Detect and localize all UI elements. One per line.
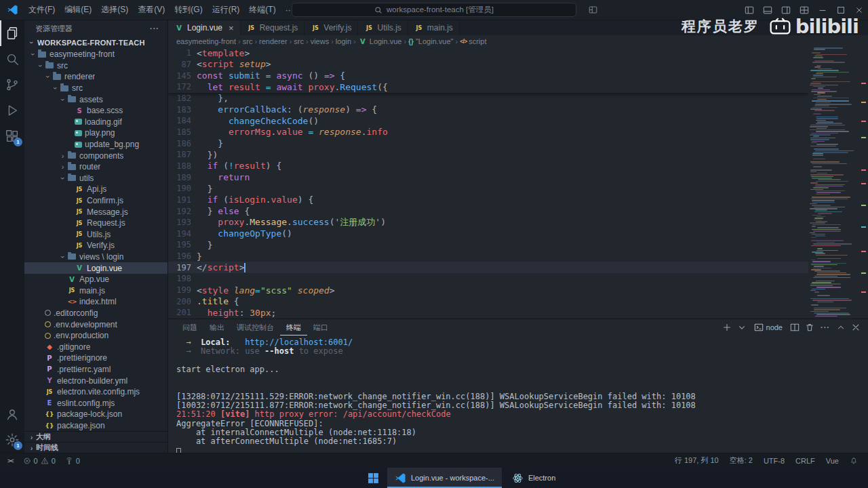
menu-item-4[interactable]: 转到(G) [170,0,207,20]
accounts-icon[interactable] [0,401,24,427]
workspace-root[interactable]: › WORKSPACE-FRONT-TEACH [24,37,167,49]
menu-item-2[interactable]: 选择(S) [96,0,133,20]
problems-status[interactable]: 0 0 [20,453,59,468]
breadcrumb-item-login-vue[interactable]: VLogin.vue [358,37,402,46]
tree-item-verify-js[interactable]: JSVerify.js [24,240,167,251]
tree-item-api-js[interactable]: JSApi.js [24,184,167,195]
tree-item-play-png[interactable]: play.png [24,127,167,139]
menu-item-3[interactable]: 查看(V) [133,0,170,20]
taskbar-app-login-vue-workspace[interactable]: Login.vue - workspace-... [387,468,502,488]
breadcrumb-item-renderer[interactable]: renderer [259,37,288,45]
tree-item-views-login[interactable]: ›views \ login [24,251,167,263]
cursor-position[interactable]: 行 197, 列 10 [671,453,722,468]
menu-item-0[interactable]: 文件(F) [24,0,60,20]
terminal-session[interactable]: node [750,323,787,332]
menu-item-6[interactable]: 终端(T) [244,0,280,20]
editor-tab-login-vue[interactable]: VLogin.vue× [168,20,241,35]
menu-item-1[interactable]: 编辑(E) [60,0,96,20]
terminal-profile-chevron-icon[interactable] [735,321,749,334]
panel-tab-问题[interactable]: 问题 [176,319,203,336]
tab-close-icon[interactable]: × [229,23,234,33]
encoding-status[interactable]: UTF-8 [760,453,788,468]
editor-tab-utils-js[interactable]: JSUtils.js [358,20,408,35]
tree-item-editorconfig[interactable]: .editorconfig [24,308,167,319]
breadcrumb-item-login-vue[interactable]: {}"Login.vue" [408,37,453,45]
panel-more-actions-icon[interactable]: ··· [818,323,833,331]
tree-item-request-js[interactable]: JSRequest.js [24,218,167,229]
breadcrumb-item-login[interactable]: login [336,37,351,45]
tree-item-loading-gif[interactable]: loading.gif [24,117,167,128]
sidebar-section-时间线[interactable]: ›时间线 [24,442,167,453]
tree-item-src[interactable]: ›src [24,83,167,94]
explorer-icon[interactable] [0,20,24,46]
split-terminal-icon[interactable] [788,321,802,334]
remote-indicator[interactable]: >< [4,453,17,468]
breadcrumb-item-views[interactable]: views [311,37,330,45]
eol-status[interactable]: CRLF [792,453,818,468]
tree-item-label: electron.vite.config.mjs [57,387,140,396]
tree-item-components[interactable]: ›components [24,150,167,161]
language-mode[interactable]: Vue [823,453,842,468]
kill-terminal-icon[interactable] [803,321,816,334]
more-actions-icon[interactable]: ··· [150,24,159,33]
tree-item-eslint-config-mjs[interactable]: Eeslint.config.mjs [24,397,167,409]
tree-item-package-json[interactable]: {}package.json [24,420,167,431]
tree-item-confirm-js[interactable]: JSConfirm.js [24,195,167,207]
editor-tab-verify-js[interactable]: JSVerify.js [304,20,358,35]
breadcrumb-item-script[interactable]: </>script [460,37,486,45]
tree-item-renderer[interactable]: ›renderer [24,71,167,83]
command-center-search[interactable]: workspace-front-teach [管理员] [292,3,576,17]
run-debug-icon[interactable] [0,98,24,123]
breadcrumb-item-src[interactable]: src [243,37,253,45]
breadcrumb-item-easymeeting-front[interactable]: easymeeting-front [176,37,236,45]
tree-item-easymeeting-front[interactable]: ›easymeeting-front [24,49,167,60]
panel-tab-端口[interactable]: 端口 [307,319,334,336]
tree-item-gitignore[interactable]: ◆.gitignore [24,341,167,352]
settings-gear-icon[interactable]: 1 [0,427,24,453]
notifications-bell[interactable] [846,453,861,468]
start-button[interactable] [361,468,384,488]
sidebar-section-大纲[interactable]: ›大纲 [24,431,167,442]
minimap[interactable] [808,47,859,319]
breadcrumb-item-src[interactable]: src [294,37,304,45]
extensions-icon[interactable]: 1 [0,123,24,149]
ports-status[interactable]: 0 [62,453,83,468]
tree-item-package-lock-json[interactable]: {}package-lock.json [24,409,167,420]
close-panel-icon[interactable] [849,321,863,334]
new-terminal-icon[interactable] [720,321,734,334]
tree-item-utils-js[interactable]: JSUtils.js [24,229,167,241]
indentation-status[interactable]: 空格: 2 [726,453,756,468]
tree-item-electron-builder-yml[interactable]: Yelectron-builder.yml [24,375,167,386]
panel-tab-输出[interactable]: 输出 [203,319,231,336]
watermark-author: 程序员老罗 [682,17,760,36]
tree-item-login-vue[interactable]: VLogin.vue [24,262,167,274]
terminal-output[interactable]: → Local: http://localhost:6001/ → Networ… [168,336,868,453]
tree-item-index-html[interactable]: <>index.html [24,296,167,308]
editor-tab-main-js[interactable]: JSmain.js [408,20,460,35]
tree-item-update-bg-png[interactable]: update_bg.png [24,139,167,150]
editor-tab-request-js[interactable]: JSRequest.js [241,20,305,35]
tree-item-prettierrc-yaml[interactable]: P.prettierrc.yaml [24,364,167,375]
panel-tab-终端[interactable]: 终端 [280,319,307,336]
tree-item-router[interactable]: ›router [24,161,167,173]
taskbar-app-electron[interactable]: Electron [505,468,563,488]
menu-item-5[interactable]: 运行(R) [208,0,245,20]
tree-item-env-development[interactable]: .env.development [24,319,167,330]
tree-item-prettierignore[interactable]: P.prettierignore [24,352,167,364]
tree-item-electron-vite-config-mjs[interactable]: JSelectron.vite.config.mjs [24,386,167,398]
code-editor[interactable]: 1<template>87<script setup>145const subm… [168,47,868,319]
tree-item-message-js[interactable]: JSMessage.js [24,206,167,218]
tree-item-app-vue[interactable]: VApp.vue [24,274,167,285]
tree-item-assets[interactable]: ›assets [24,94,167,105]
tree-item-env-production[interactable]: .env.production [24,330,167,342]
search-view-icon[interactable] [0,46,24,72]
layout-grid-icon[interactable] [589,5,597,16]
tree-item-utils[interactable]: ›utils [24,173,167,184]
source-control-icon[interactable] [0,72,24,98]
tree-item-base-scss[interactable]: Sbase.scss [24,105,167,117]
tree-item-src[interactable]: ›src [24,60,167,72]
panel-tab-调试控制台[interactable]: 调试控制台 [231,319,280,336]
tree-item-main-js[interactable]: JSmain.js [24,285,167,296]
activity-bar: 1 1 [0,20,24,453]
maximize-panel-icon[interactable] [834,321,848,334]
